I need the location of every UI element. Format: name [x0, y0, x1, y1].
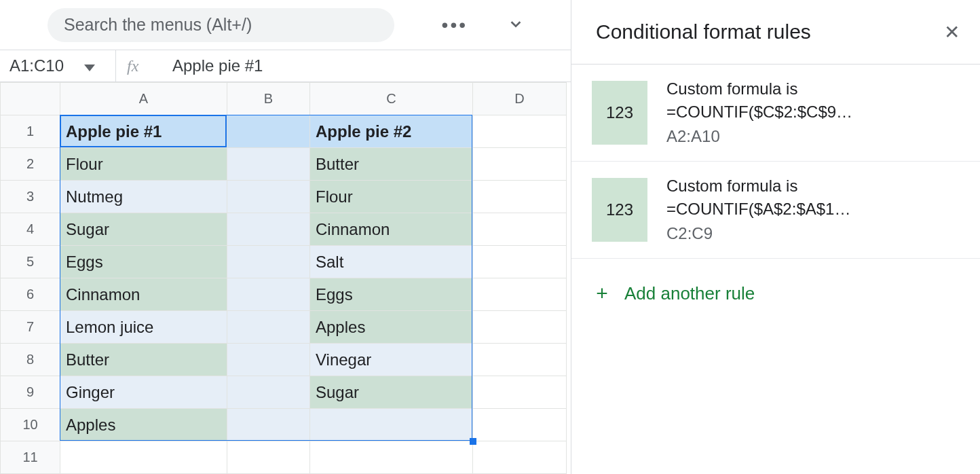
- row-header-9[interactable]: 9: [1, 376, 60, 409]
- row-header-8[interactable]: 8: [1, 344, 60, 376]
- fx-icon: fx: [115, 50, 170, 81]
- cell-A2[interactable]: Flour: [60, 148, 227, 181]
- svg-marker-0: [84, 65, 95, 71]
- format-rule-1[interactable]: 123Custom formula is=COUNTIF($A$2:$A$1…C…: [571, 162, 980, 259]
- cell-D11[interactable]: [473, 441, 567, 474]
- column-header-A[interactable]: A: [60, 83, 227, 115]
- menu-toolbar: Search the menus (Alt+/) •••: [0, 0, 571, 50]
- formula-input[interactable]: Apple pie #1: [170, 56, 263, 75]
- cell-C5[interactable]: Salt: [310, 246, 473, 278]
- cell-D8[interactable]: [473, 344, 567, 376]
- cell-A7[interactable]: Lemon juice: [60, 311, 227, 344]
- cell-D2[interactable]: [473, 148, 567, 181]
- rule-description: Custom formula is=COUNTIF($A$2:$A$1…C2:C…: [666, 177, 850, 243]
- format-rule-0[interactable]: 123Custom formula is=COUNTIF($C$2:$C$9…A…: [571, 65, 980, 162]
- cell-C10[interactable]: [310, 409, 473, 441]
- cell-A1[interactable]: Apple pie #1: [60, 115, 227, 148]
- cell-D4[interactable]: [473, 213, 567, 246]
- cell-D10[interactable]: [473, 409, 567, 441]
- cell-B6[interactable]: [227, 278, 310, 311]
- cell-D5[interactable]: [473, 246, 567, 278]
- name-box-dropdown-icon[interactable]: [84, 56, 95, 75]
- cell-B4[interactable]: [227, 213, 310, 246]
- row-header-6[interactable]: 6: [1, 278, 60, 311]
- cell-D1[interactable]: [473, 115, 567, 148]
- row-header-2[interactable]: 2: [1, 148, 60, 181]
- cell-B8[interactable]: [227, 344, 310, 376]
- more-icon[interactable]: •••: [442, 16, 468, 35]
- cell-B7[interactable]: [227, 311, 310, 344]
- cell-D3[interactable]: [473, 181, 567, 213]
- rule-preview-swatch: 123: [592, 178, 647, 242]
- cell-D7[interactable]: [473, 311, 567, 344]
- row-header-10[interactable]: 10: [1, 409, 60, 441]
- cell-C2[interactable]: Butter: [310, 148, 473, 181]
- rule-formula: =COUNTIF($C$2:$C$9…: [666, 103, 852, 122]
- cell-D9[interactable]: [473, 376, 567, 409]
- cell-C7[interactable]: Apples: [310, 311, 473, 344]
- row-header-1[interactable]: 1: [1, 115, 60, 148]
- cell-A5[interactable]: Eggs: [60, 246, 227, 278]
- cell-A6[interactable]: Cinnamon: [60, 278, 227, 311]
- rule-description: Custom formula is=COUNTIF($C$2:$C$9…A2:A…: [666, 79, 852, 146]
- cell-B5[interactable]: [227, 246, 310, 278]
- column-header-B[interactable]: B: [227, 83, 310, 115]
- rule-formula: =COUNTIF($A$2:$A$1…: [666, 200, 850, 219]
- cell-C1[interactable]: Apple pie #2: [310, 115, 473, 148]
- cell-A10[interactable]: Apples: [60, 409, 227, 441]
- plus-icon: +: [592, 282, 612, 305]
- panel-title: Conditional format rules: [596, 20, 811, 43]
- cell-B10[interactable]: [227, 409, 310, 441]
- cell-A4[interactable]: Sugar: [60, 213, 227, 246]
- rule-title: Custom formula is: [666, 79, 852, 98]
- cell-A3[interactable]: Nutmeg: [60, 181, 227, 213]
- cell-C8[interactable]: Vinegar: [310, 344, 473, 376]
- name-box-value: A1:C10: [10, 56, 64, 75]
- cell-B1[interactable]: [227, 115, 310, 148]
- cell-A11[interactable]: [60, 441, 227, 474]
- rule-range: A2:A10: [666, 127, 852, 146]
- cell-B2[interactable]: [227, 148, 310, 181]
- cell-C6[interactable]: Eggs: [310, 278, 473, 311]
- conditional-format-panel: Conditional format rules ✕ 123Custom for…: [571, 0, 980, 474]
- cell-B3[interactable]: [227, 181, 310, 213]
- select-all-corner[interactable]: [1, 83, 60, 115]
- cell-C3[interactable]: Flour: [310, 181, 473, 213]
- cell-C9[interactable]: Sugar: [310, 376, 473, 409]
- name-box[interactable]: A1:C10: [0, 50, 115, 81]
- row-header-11[interactable]: 11: [1, 441, 60, 474]
- search-placeholder: Search the menus (Alt+/): [64, 15, 252, 35]
- row-header-3[interactable]: 3: [1, 181, 60, 213]
- cell-B9[interactable]: [227, 376, 310, 409]
- cell-C4[interactable]: Cinnamon: [310, 213, 473, 246]
- row-header-5[interactable]: 5: [1, 246, 60, 278]
- formula-bar: A1:C10 fx Apple pie #1: [0, 50, 571, 82]
- cell-A8[interactable]: Butter: [60, 344, 227, 376]
- rule-preview-swatch: 123: [592, 81, 647, 145]
- close-icon[interactable]: ✕: [944, 21, 960, 43]
- row-header-7[interactable]: 7: [1, 311, 60, 344]
- column-header-C[interactable]: C: [310, 83, 473, 115]
- chevron-down-icon[interactable]: [508, 16, 523, 34]
- cell-A9[interactable]: Ginger: [60, 376, 227, 409]
- column-header-D[interactable]: D: [473, 83, 567, 115]
- row-header-4[interactable]: 4: [1, 213, 60, 246]
- cell-B11[interactable]: [227, 441, 310, 474]
- rule-title: Custom formula is: [666, 177, 850, 196]
- spreadsheet-grid[interactable]: ABCD1Apple pie #1Apple pie #22FlourButte…: [0, 82, 571, 474]
- add-rule-button[interactable]: + Add another rule: [571, 259, 980, 328]
- menu-search-input[interactable]: Search the menus (Alt+/): [48, 8, 394, 42]
- cell-C11[interactable]: [310, 441, 473, 474]
- cell-D6[interactable]: [473, 278, 567, 311]
- rule-range: C2:C9: [666, 224, 850, 243]
- add-rule-label: Add another rule: [624, 283, 755, 304]
